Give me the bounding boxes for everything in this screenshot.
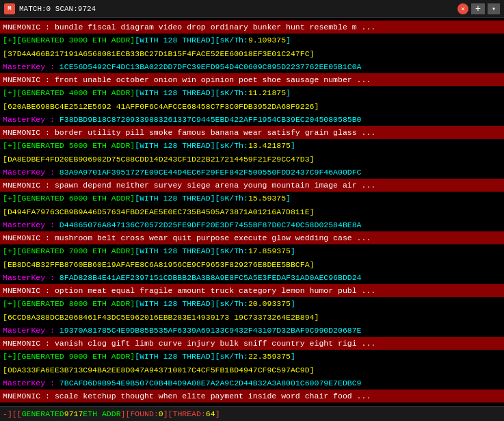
masterkey-label: MasterKey :: [3, 220, 59, 229]
masterkey-value: 83A9A9701AF3951727E09CE44D4EC6F29FEF842F…: [59, 168, 362, 177]
masterkey-line: MasterKey : F38DBD9B18C87209339883261337…: [0, 113, 504, 126]
sk-value: 20.093375: [248, 299, 291, 308]
sk-bracket: [sK/Th:: [215, 246, 248, 255]
generated-line: [+][GENERATED 7000 ETH ADDR][WITH 128 TH…: [0, 244, 504, 257]
generated-line: [+][GENERATED 5000 ETH ADDR][WITH 128 TH…: [0, 139, 504, 152]
thread-bracket: [WITH 128 THREAD]: [135, 88, 215, 97]
masterkey-label: MasterKey :: [3, 62, 59, 71]
masterkey-value: D44865076A847136C70572D25FE9DFF20E3DF745…: [59, 220, 362, 229]
sk-close-bracket: ]: [291, 141, 295, 150]
plus-bracket: [+]: [3, 141, 17, 150]
mnemonic-line: MNEMONIC : bundle fiscal diagram video d…: [0, 21, 504, 34]
mnemonic-line: MNEMONIC : border utility pill smoke fam…: [0, 126, 504, 139]
titlebar: M MATCH:0 SCAN:9724 ✕ + ▾: [0, 0, 504, 18]
masterkey-value: 7BCAFD6D9B954E9B507C0B4B4D9A08E7A2A9C2D4…: [59, 379, 362, 387]
plus-bracket: [+]: [3, 88, 17, 97]
sk-bracket: [sK/Th:: [215, 352, 248, 361]
sk-value: 22.359375: [248, 352, 291, 361]
mnemonic-line: MNEMONIC : option meat equal fragile amo…: [0, 284, 504, 297]
status-bar: -][ [ GENERATED 9717 ETH ADDR ][FOUND: 0…: [0, 406, 504, 421]
masterkey-line: MasterKey : 7BCAFD6D9B954E9B507C0B4B4D9A…: [0, 377, 504, 390]
masterkey-label: MasterKey :: [3, 326, 59, 335]
hex-line: [620ABE698BC4E2512E5692 41AFF0F6C4AFCCE6…: [0, 100, 504, 113]
status-generated-label: [: [17, 409, 22, 418]
generated-line: [+][GENERATED 3000 ETH ADDR][WITH 128 TH…: [0, 34, 504, 47]
mnemonic-line: MNEMONIC : spawn depend neither survey s…: [0, 179, 504, 192]
generated-line: [+][GENERATED 9000 ETH ADDR][WITH 128 TH…: [0, 350, 504, 363]
generated-bracket: [GENERATED 5000 ETH ADDR]: [17, 141, 135, 150]
generated-line: [+][GENERATED 4000 ETH ADDR][WITH 128 TH…: [0, 86, 504, 99]
sk-value: 11.21875: [248, 88, 286, 97]
thread-bracket: [WITH 128 THREAD]: [135, 352, 215, 361]
hex-line: [0DA333FA6EE3B713C94BA2EE8D047A943710017…: [0, 363, 504, 377]
dropdown-button[interactable]: ▾: [488, 3, 500, 14]
masterkey-label: MasterKey :: [3, 379, 59, 387]
hex-line: [DA8EDBEF4FD20EB906902D75C88CDD14D243CF1…: [0, 153, 504, 166]
masterkey-value: F38DBD9B18C87209339883261337C9445EBD422A…: [59, 115, 362, 124]
masterkey-value: 8FAD828B4E41AEF2397151CDBBB2BA3B8A9E8FC5…: [59, 273, 362, 282]
hex-line: [D494FA79763CB9B9A46D57634FBD2EAE5E0EC73…: [0, 205, 504, 218]
status-thread-bracket: ][THREAD:: [163, 409, 206, 418]
mnemonic-line: MNEMONIC : front unable october onion wi…: [0, 73, 504, 86]
sk-close-bracket: ]: [286, 194, 291, 203]
generated-bracket: [GENERATED 3000 ETH ADDR]: [17, 36, 135, 44]
app-icon: M: [4, 3, 15, 14]
masterkey-label: MasterKey :: [3, 168, 59, 177]
generated-bracket: [GENERATED 8000 ETH ADDR]: [17, 299, 135, 308]
plus-bracket: [+]: [3, 352, 17, 361]
sk-close-bracket: ]: [286, 36, 291, 44]
generated-bracket: [GENERATED 4000 ETH ADDR]: [17, 88, 135, 97]
masterkey-value: 19370A81785C4E9DB85B535AF6339A69133C9432…: [59, 326, 362, 335]
masterkey-line: MasterKey : 8FAD828B4E41AEF2397151CDBBB2…: [0, 271, 504, 284]
status-prefix: -][: [3, 409, 17, 418]
masterkey-line: MasterKey : 1CE56D5492CF4DC13BA022DD7DFC…: [0, 60, 504, 73]
masterkey-line: MasterKey : 83A9A9701AF3951727E09CE44D4E…: [0, 166, 504, 179]
sk-bracket: [sK/Th:: [215, 141, 248, 150]
hex-line: [37D4A466B217191A6568081ECB33BC27D1B15F4…: [0, 47, 504, 60]
generated-line: [+][GENERATED 8000 ETH ADDR][WITH 128 TH…: [0, 297, 504, 310]
generated-bracket: [GENERATED 7000 ETH ADDR]: [17, 246, 135, 255]
generated-bracket: [GENERATED 6000 ETH ADDR]: [17, 194, 135, 203]
new-tab-button[interactable]: +: [471, 3, 485, 14]
thread-bracket: [WITH 128 THREAD]: [135, 299, 215, 308]
sk-close-bracket: ]: [291, 299, 295, 308]
generated-line: [+][GENERATED 6000 ETH ADDR][WITH 128 TH…: [0, 192, 504, 205]
sk-bracket: [sK/Th:: [215, 194, 248, 203]
thread-bracket: [WITH 128 THREAD]: [135, 246, 215, 255]
status-generated-word: GENERATED: [22, 409, 64, 418]
thread-bracket: [WITH 128 THREAD]: [135, 194, 215, 203]
sk-bracket: [sK/Th:: [215, 299, 248, 308]
close-button[interactable]: ✕: [457, 3, 468, 14]
generated-bracket: [GENERATED 9000 ETH ADDR]: [17, 352, 135, 361]
status-eth-label: ETH ADDR: [83, 409, 120, 418]
window-title: MATCH:0 SCAN:9724: [19, 5, 455, 13]
status-found-bracket: ][FOUND:: [121, 409, 159, 418]
status-thread-value: 64: [206, 409, 215, 418]
masterkey-label: MasterKey :: [3, 273, 59, 282]
mnemonic-line: MNEMONIC : scale ketchup thought when el…: [0, 390, 504, 403]
masterkey-label: MasterKey :: [3, 115, 59, 124]
plus-bracket: [+]: [3, 194, 17, 203]
thread-bracket: [WITH 128 THREAD]: [135, 141, 215, 150]
mnemonic-line: MNEMONIC : vanish clog gift limb curve i…: [0, 337, 504, 350]
plus-bracket: [+]: [3, 246, 17, 255]
main-content: MNEMONIC : bundle fiscal diagram video d…: [0, 18, 504, 406]
hex-line: [EB8DC4B32FFB8760EB60E19AFAFE8C6A81956CE…: [0, 258, 504, 271]
status-found-value: 0: [159, 409, 163, 418]
sk-bracket: [sK/Th:: [215, 88, 248, 97]
plus-bracket: [+]: [3, 36, 17, 44]
masterkey-value: 1CE56D5492CF4DC13BA022DD7DFC39EFD954D4C0…: [59, 62, 362, 71]
plus-bracket: [+]: [3, 299, 17, 308]
thread-bracket: [WITH 128 THREAD]: [135, 36, 215, 44]
sk-value: 9.109375: [248, 36, 286, 44]
sk-value: 13.421875: [248, 141, 291, 150]
sk-close-bracket: ]: [291, 352, 295, 361]
masterkey-line: MasterKey : D44865076A847136C70572D25FE9…: [0, 218, 504, 231]
sk-close-bracket: ]: [291, 246, 295, 255]
status-scan-number: 9717: [64, 409, 83, 418]
sk-bracket: [sK/Th:: [215, 36, 248, 44]
sk-value: 15.59375: [248, 194, 286, 203]
masterkey-line: MasterKey : 19370A81785C4E9DB85B535AF633…: [0, 324, 504, 337]
sk-value: 17.859375: [248, 246, 291, 255]
mnemonic-line: MNEMONIC : mushroom belt cross wear quit…: [0, 231, 504, 244]
